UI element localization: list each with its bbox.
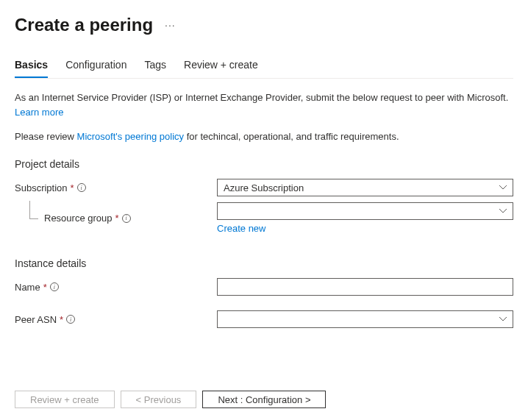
required-indicator: *	[71, 182, 74, 193]
subscription-label: Subscription	[15, 182, 68, 193]
tab-configuration[interactable]: Configuration	[65, 53, 126, 78]
peer-asn-select[interactable]	[217, 310, 513, 328]
required-indicator: *	[60, 314, 63, 325]
tab-tags[interactable]: Tags	[144, 53, 166, 78]
create-new-link[interactable]: Create new	[217, 223, 265, 234]
name-label-col: Name * i	[15, 282, 217, 293]
instance-details-heading: Instance details	[15, 257, 513, 269]
resource-group-control-col: Create new	[217, 202, 513, 234]
name-input[interactable]	[217, 278, 513, 296]
policy-text: Please review Microsoft's peering policy…	[15, 129, 513, 144]
resource-group-select[interactable]	[217, 202, 513, 220]
chevron-down-icon	[499, 185, 507, 190]
previous-button: < Previous	[121, 391, 197, 408]
tab-review[interactable]: Review + create	[184, 53, 258, 78]
chevron-down-icon	[499, 317, 507, 321]
more-icon[interactable]: ···	[165, 19, 176, 31]
subscription-label-col: Subscription * i	[15, 182, 217, 193]
info-icon[interactable]: i	[122, 214, 131, 223]
info-icon[interactable]: i	[66, 315, 75, 324]
subscription-select[interactable]: Azure Subscription	[217, 179, 513, 196]
peer-asn-control-col	[217, 310, 513, 328]
next-button[interactable]: Next : Configuration >	[202, 391, 326, 408]
footer-bar: Review + create < Previous Next : Config…	[15, 391, 326, 408]
peer-asn-label: Peer ASN	[15, 314, 57, 325]
subscription-value: Azure Subscription	[224, 182, 304, 193]
required-indicator: *	[115, 213, 119, 224]
name-control-col	[217, 278, 513, 296]
name-row: Name * i	[15, 278, 513, 296]
resource-group-label-col: Resource group * i	[15, 213, 217, 224]
resource-group-row: Resource group * i Create new	[15, 202, 513, 234]
tabs-bar: Basics Configuration Tags Review + creat…	[15, 53, 513, 79]
required-indicator: *	[43, 282, 47, 293]
intro-text: As an Internet Service Provider (ISP) or…	[15, 90, 513, 105]
info-icon[interactable]: i	[50, 282, 59, 291]
peer-asn-label-col: Peer ASN * i	[15, 314, 217, 325]
peering-policy-link[interactable]: Microsoft's peering policy	[77, 131, 185, 142]
peer-asn-row: Peer ASN * i	[15, 310, 513, 328]
chevron-down-icon	[499, 209, 507, 213]
resource-group-label: Resource group	[44, 213, 113, 224]
project-details-heading: Project details	[15, 158, 513, 170]
name-label: Name	[15, 282, 40, 293]
learn-more-link[interactable]: Learn more	[15, 107, 63, 118]
page-title: Create a peering	[15, 15, 153, 35]
policy-prefix: Please review	[15, 131, 77, 142]
tab-basics[interactable]: Basics	[15, 53, 48, 78]
review-create-button: Review + create	[15, 391, 115, 408]
subscription-row: Subscription * i Azure Subscription	[15, 179, 513, 196]
info-icon[interactable]: i	[77, 183, 86, 192]
subscription-control-col: Azure Subscription	[217, 179, 513, 196]
policy-suffix: for techincal, operational, and traffic …	[184, 131, 399, 142]
page-header: Create a peering ···	[15, 15, 513, 35]
